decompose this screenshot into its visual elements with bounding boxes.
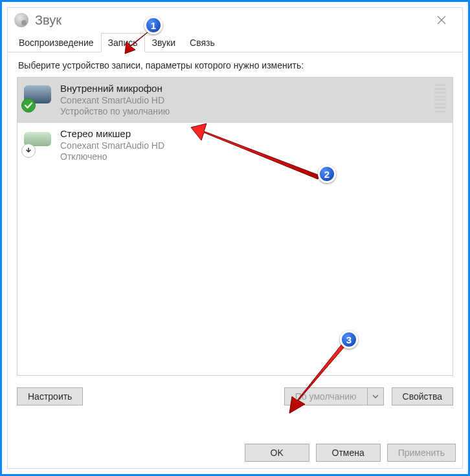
tab-strip: Воспроизведение Запись Звуки Связь — [8, 32, 462, 52]
device-name: Внутренний микрофон — [60, 83, 170, 95]
mixer-icon — [24, 129, 51, 157]
chevron-down-icon — [372, 393, 379, 400]
device-status: Отключено — [60, 151, 164, 163]
device-name: Стерео микшер — [60, 128, 164, 140]
close-icon — [437, 16, 446, 25]
device-driver: Conexant SmartAudio HD — [60, 95, 170, 107]
device-text: Стерео микшер Conexant SmartAudio HD Отк… — [60, 128, 164, 163]
dialog-footer: OK Отмена Применить — [245, 444, 456, 462]
device-status: Устройство по умолчанию — [60, 106, 170, 118]
tab-content: Выберите устройство записи, параметры ко… — [8, 52, 462, 412]
apply-button[interactable]: Применить — [387, 444, 456, 462]
tab-communications[interactable]: Связь — [183, 33, 222, 52]
level-meter — [434, 83, 446, 114]
device-driver: Conexant SmartAudio HD — [60, 140, 164, 152]
device-list[interactable]: Внутренний микрофон Conexant SmartAudio … — [17, 77, 453, 376]
properties-button[interactable]: Свойства — [392, 387, 453, 406]
default-check-icon — [21, 98, 36, 113]
tab-playback[interactable]: Воспроизведение — [12, 33, 101, 52]
device-item[interactable]: Внутренний микрофон Conexant SmartAudio … — [17, 78, 453, 123]
tab-sounds[interactable]: Звуки — [145, 33, 183, 52]
tab-recording[interactable]: Запись — [101, 33, 145, 52]
close-button[interactable] — [427, 10, 456, 30]
device-item[interactable]: Стерео микшер Conexant SmartAudio HD Отк… — [17, 123, 453, 168]
disabled-arrow-icon — [21, 144, 36, 158]
lower-button-row: Настроить По умолчанию Свойства — [17, 387, 453, 406]
set-default-split-button[interactable]: По умолчанию — [284, 387, 384, 406]
window-title: Звук — [35, 13, 62, 28]
ok-button[interactable]: OK — [245, 444, 309, 462]
microphone-icon — [24, 84, 51, 111]
instruction-text: Выберите устройство записи, параметры ко… — [17, 59, 453, 77]
device-text: Внутренний микрофон Conexant SmartAudio … — [60, 83, 170, 118]
annotation-callout-1: 1 — [144, 16, 162, 34]
annotation-callout-2: 2 — [318, 165, 336, 183]
sound-icon — [14, 13, 28, 27]
cancel-button[interactable]: Отмена — [316, 444, 381, 462]
annotation-callout-3: 3 — [340, 330, 358, 349]
set-default-dropdown[interactable] — [367, 387, 384, 406]
set-default-button[interactable]: По умолчанию — [284, 387, 367, 406]
sound-dialog: Звук Воспроизведение Запись Звуки Связь … — [7, 7, 463, 469]
titlebar: Звук — [8, 8, 462, 32]
configure-button[interactable]: Настроить — [17, 387, 83, 406]
